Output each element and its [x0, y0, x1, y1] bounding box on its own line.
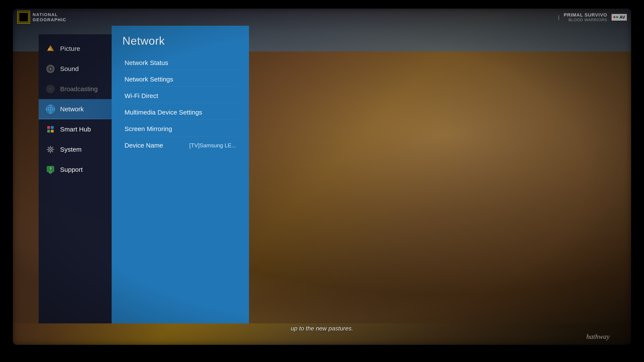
picture-icon	[45, 43, 56, 54]
nat-geo-text: NATIONAL GEOGRAPHIC	[33, 12, 66, 22]
sub-menu-item-network-status[interactable]: Network Status	[122, 56, 238, 70]
svg-rect-15	[51, 130, 54, 132]
svg-point-17	[50, 149, 51, 150]
smart-hub-label: Smart Hub	[60, 126, 91, 133]
wifi-direct-label: Wi-Fi Direct	[124, 92, 158, 99]
svg-rect-12	[47, 126, 50, 129]
device-name-label: Device Name	[124, 142, 163, 149]
picture-label: Picture	[60, 45, 80, 52]
sound-label: Sound	[60, 65, 79, 72]
svg-line-22	[48, 147, 49, 148]
show-name: PRIMAL SURVIVO	[564, 12, 607, 18]
av-dots	[613, 16, 618, 18]
svg-text:?: ?	[49, 167, 52, 171]
screen-mirroring-label: Screen Mirroring	[124, 125, 172, 132]
svg-line-23	[52, 151, 53, 152]
svg-marker-0	[47, 45, 54, 51]
multimedia-label: Multimedia Device Settings	[124, 109, 202, 116]
sub-menu-item-screen-mirroring[interactable]: Screen Mirroring	[122, 122, 238, 136]
network-status-label: Network Status	[124, 59, 168, 66]
av-dot-red	[613, 16, 616, 18]
broadcasting-label: Broadcasting	[60, 85, 98, 93]
sub-menu-item-multimedia[interactable]: Multimedia Device Settings	[122, 105, 238, 120]
hathway-text: hathway	[586, 333, 610, 340]
av-label: AV	[620, 15, 625, 20]
svg-rect-14	[47, 130, 50, 132]
top-bar: NATIONAL GEOGRAPHIC | PRIMAL SURVIVO BLO…	[13, 8, 631, 26]
channel-logo: NATIONAL GEOGRAPHIC	[17, 11, 66, 23]
svg-line-24	[52, 147, 53, 148]
svg-marker-28	[49, 172, 52, 174]
sub-menu-item-device-name[interactable]: Device Name [TV]Samsung LE...	[122, 138, 238, 152]
nat-geo-border	[18, 11, 30, 23]
sub-menu-item-network-settings[interactable]: Network Settings	[122, 72, 238, 87]
svg-line-25	[48, 151, 49, 152]
nat-geo-inner	[19, 13, 28, 22]
tv-screen: NATIONAL GEOGRAPHIC | PRIMAL SURVIVO BLO…	[13, 8, 631, 345]
broadcasting-icon	[45, 84, 56, 94]
network-label: Network	[60, 105, 84, 113]
show-subtitle: BLOOD WARRIORS	[564, 18, 607, 22]
network-settings-label: Network Settings	[124, 76, 173, 83]
sub-menu-network: Network Network Status Network Settings …	[112, 26, 249, 323]
sub-menu-items: Network Status Network Settings Wi-Fi Di…	[122, 56, 238, 152]
subtitle-bar: up to the new pastures.	[13, 325, 631, 332]
sound-icon	[45, 63, 56, 74]
svg-point-1	[48, 48, 50, 50]
svg-point-6	[49, 87, 52, 91]
system-icon	[45, 144, 56, 155]
system-label: System	[60, 146, 82, 153]
device-name-value: [TV]Samsung LE...	[189, 142, 236, 149]
av-badge: AV	[612, 14, 627, 20]
channel-divider: |	[558, 14, 560, 20]
support-label: Support	[60, 166, 83, 173]
channel-name-line2: GEOGRAPHIC	[33, 17, 66, 22]
svg-point-4	[50, 68, 51, 70]
hathway-logo: hathway	[586, 333, 610, 341]
svg-rect-13	[51, 126, 54, 129]
av-dot-green	[616, 16, 618, 18]
channel-info: | PRIMAL SURVIVO BLOOD WARRIORS AV	[558, 12, 627, 22]
show-title: PRIMAL SURVIVO BLOOD WARRIORS	[564, 12, 607, 22]
subtitle-text: up to the new pastures.	[291, 325, 353, 332]
nat-geo-box	[17, 11, 30, 23]
smart-hub-icon	[45, 124, 56, 135]
sub-menu-title: Network	[122, 34, 238, 47]
support-icon: ?	[45, 164, 56, 175]
channel-name-line1: NATIONAL	[33, 12, 66, 17]
sub-menu-item-wifi-direct[interactable]: Wi-Fi Direct	[122, 89, 238, 103]
network-icon	[45, 104, 56, 114]
